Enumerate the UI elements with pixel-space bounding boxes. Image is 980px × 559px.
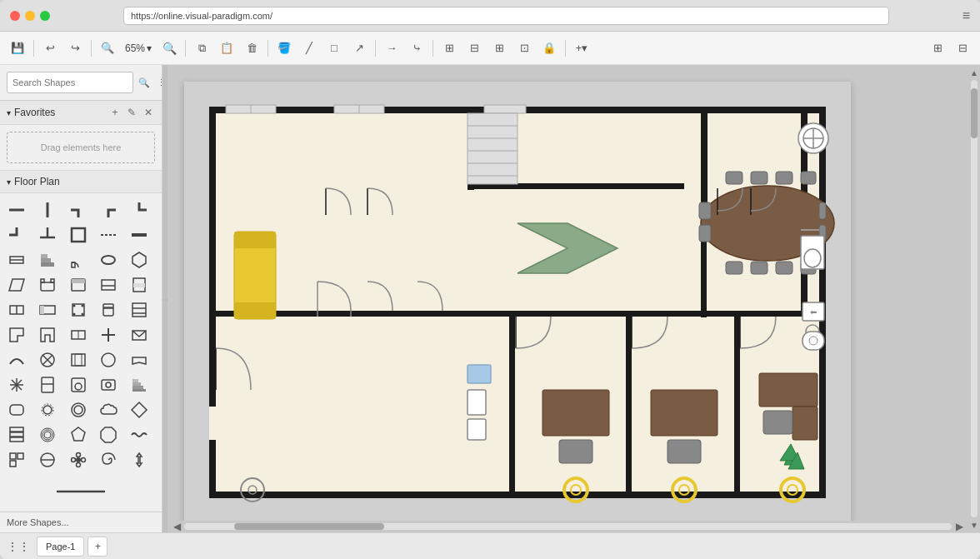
zoom-out-button[interactable]: 🔍 (97, 37, 118, 59)
shape-circle[interactable] (97, 348, 120, 372)
shape-circle-x[interactable] (36, 348, 59, 372)
shape-table[interactable] (67, 298, 90, 322)
shape-window2[interactable] (67, 323, 90, 347)
shape-gear[interactable] (36, 398, 59, 422)
align-button[interactable]: ⊞ (488, 37, 510, 59)
ungroup-button[interactable]: ⊟ (463, 37, 485, 59)
shape-button[interactable]: □ (323, 37, 345, 59)
v-scrollbar-track[interactable] (971, 80, 978, 517)
more-options-icon[interactable]: ⋮ (153, 75, 162, 90)
url-bar[interactable]: https://online.visual-paradigm.com/ (123, 7, 889, 25)
shape-hexagon[interactable] (128, 248, 151, 272)
save-button[interactable]: 💾 (7, 37, 28, 59)
distribute-button[interactable]: ⊡ (513, 37, 535, 59)
shape-stairs2[interactable] (128, 373, 151, 397)
canvas-scroll[interactable]: ⬅ (168, 65, 968, 521)
undo-button[interactable]: ↩ (39, 37, 61, 59)
scroll-up-button[interactable]: ▲ (968, 67, 980, 78)
add-page-button[interactable]: + (88, 537, 108, 557)
shape-stair[interactable] (36, 248, 59, 272)
shape-shelf[interactable] (5, 298, 28, 322)
scroll-right-button[interactable]: ▶ (953, 521, 965, 532)
shape-recliner[interactable] (36, 273, 59, 297)
search-icon[interactable]: 🔍 (137, 75, 152, 90)
fit-page-button[interactable]: ⊞ (927, 37, 948, 59)
shape-rounded-rect[interactable] (5, 398, 28, 422)
shape-cloud[interactable] (97, 398, 120, 422)
minimize-button[interactable] (25, 11, 35, 21)
shape-square[interactable] (5, 448, 28, 472)
zoom-in-button[interactable]: 🔍 (158, 37, 180, 59)
page-tab-menu-button[interactable]: ⋮⋮ (7, 540, 30, 553)
favorites-add-button[interactable]: + (108, 106, 122, 119)
waypoint-button[interactable]: ⤷ (406, 37, 428, 59)
maximize-button[interactable] (40, 11, 50, 21)
shape-t-top[interactable] (36, 223, 59, 247)
shape-flower[interactable] (67, 448, 90, 472)
redo-button[interactable]: ↪ (64, 37, 86, 59)
shape-octagon[interactable] (97, 423, 120, 447)
shape-counter[interactable] (97, 273, 120, 297)
shape-cabinet[interactable] (128, 273, 151, 297)
h-scrollbar-track[interactable] (184, 523, 952, 530)
connector-button[interactable]: → (381, 37, 402, 59)
scroll-left-button[interactable]: ◀ (171, 521, 182, 532)
shape-pentagon[interactable] (67, 423, 90, 447)
shape-fridge[interactable] (36, 373, 59, 397)
shape-bed[interactable] (67, 273, 90, 297)
shape-stack[interactable] (5, 423, 28, 447)
scroll-down-button[interactable]: ▼ (968, 519, 980, 531)
layout-button[interactable]: ⊟ (952, 37, 973, 59)
lock-button[interactable]: 🔒 (538, 37, 560, 59)
shape-circles[interactable] (36, 423, 59, 447)
shape-wall-h[interactable] (5, 198, 28, 222)
search-input[interactable] (7, 72, 133, 93)
shape-wall-v[interactable] (36, 198, 59, 222)
shape-line[interactable] (7, 480, 155, 503)
shape-spiral[interactable] (97, 448, 120, 472)
shape-corner-br[interactable] (128, 198, 151, 222)
shape-door-single[interactable] (67, 248, 90, 272)
shape-wavy[interactable] (128, 423, 151, 447)
shape-desk[interactable] (36, 298, 59, 322)
shape-envelope[interactable] (128, 323, 151, 347)
shape-cross[interactable] (97, 323, 120, 347)
shape-sink[interactable] (97, 373, 120, 397)
favorites-close-button[interactable]: ✕ (142, 106, 155, 119)
shape-rect[interactable] (67, 223, 90, 247)
sidebar-scroll[interactable]: ▾ Favorites + ✎ ✕ Drag elements here ▾ F… (0, 101, 162, 512)
shape-oval[interactable] (97, 248, 120, 272)
shape-l-shape[interactable] (5, 323, 28, 347)
zoom-level[interactable]: 65% ▾ (122, 41, 155, 56)
paste-button[interactable]: 📋 (216, 37, 238, 59)
group-button[interactable]: ⊞ (438, 37, 460, 59)
shape-corner-tl[interactable] (67, 198, 90, 222)
shape-corner-tr[interactable] (97, 198, 120, 222)
shape-corner-bl[interactable] (5, 223, 28, 247)
close-button[interactable] (10, 11, 20, 21)
shape-window[interactable] (5, 248, 28, 272)
line-style-button[interactable]: ╱ (298, 37, 320, 59)
shape-bookcase[interactable] (128, 298, 151, 322)
shape-banner[interactable] (128, 348, 151, 372)
shape-arrows[interactable] (128, 448, 151, 472)
shape-curve[interactable] (5, 348, 28, 372)
copy-button[interactable]: ⧉ (191, 37, 212, 59)
delete-button[interactable]: 🗑 (241, 37, 262, 59)
floor-plan-section-header[interactable]: ▾ Floor Plan (0, 171, 162, 193)
add-button[interactable]: +▾ (571, 37, 592, 59)
shape-washer[interactable] (67, 373, 90, 397)
shape-wall-dash[interactable] (97, 223, 120, 247)
browser-menu-icon[interactable]: ≡ (962, 8, 970, 23)
shape-snowflake[interactable] (5, 373, 28, 397)
fill-button[interactable]: 🪣 (273, 37, 295, 59)
shape-diamond[interactable] (128, 398, 151, 422)
h-scrollbar-thumb[interactable] (234, 523, 384, 530)
canvas-content[interactable]: ⬅ (184, 82, 851, 521)
more-shapes-button[interactable]: More Shapes... (0, 512, 162, 532)
shape-cabinet2[interactable] (67, 348, 90, 372)
shape-chair[interactable] (97, 298, 120, 322)
shape-ring[interactable] (67, 398, 90, 422)
arrow-button[interactable]: ↗ (348, 37, 370, 59)
shape-parallelogram[interactable] (5, 273, 28, 297)
